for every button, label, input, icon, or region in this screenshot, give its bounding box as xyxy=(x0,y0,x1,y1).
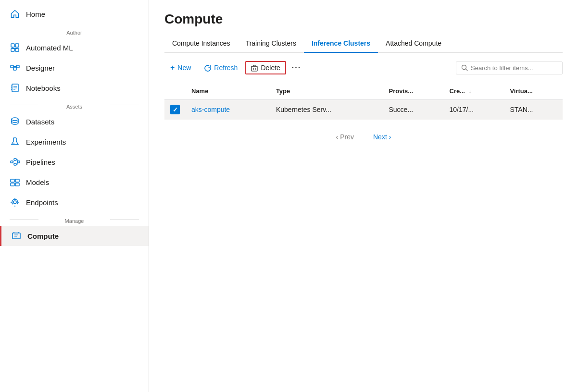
more-button[interactable]: ··· xyxy=(288,61,305,75)
svg-rect-1 xyxy=(15,44,19,47)
datasets-icon xyxy=(10,116,20,127)
svg-rect-19 xyxy=(13,233,20,239)
th-type: Type xyxy=(270,83,383,100)
svg-rect-4 xyxy=(11,65,13,68)
table-row[interactable]: aks-compute Kubernetes Serv... Succe... … xyxy=(164,100,563,120)
sidebar-item-experiments[interactable]: Experiments xyxy=(0,132,149,152)
sort-desc-icon: ↓ xyxy=(469,88,472,94)
row-virtual-cell: STAN... xyxy=(504,100,563,120)
row-name-cell[interactable]: aks-compute xyxy=(186,100,270,120)
svg-rect-2 xyxy=(15,49,19,51)
row-checkbox-cell[interactable] xyxy=(164,100,186,120)
sidebar-item-notebooks-label: Notebooks xyxy=(26,84,61,92)
pagination: ‹ Prev Next › xyxy=(164,129,563,145)
svg-rect-16 xyxy=(15,179,19,182)
chevron-right-icon: › xyxy=(389,133,391,141)
th-virtual: Virtua... xyxy=(504,83,563,100)
sidebar-item-automated-ml-label: Automated ML xyxy=(26,44,73,52)
svg-rect-6 xyxy=(16,65,19,68)
th-checkbox xyxy=(164,83,186,100)
home-icon xyxy=(10,9,20,19)
svg-point-8 xyxy=(12,118,18,121)
sidebar-section-author: Author xyxy=(0,24,149,37)
sidebar-item-designer[interactable]: Designer xyxy=(0,58,149,78)
svg-rect-5 xyxy=(13,68,16,70)
next-button[interactable]: Next › xyxy=(365,129,399,145)
new-button[interactable]: + New xyxy=(164,61,197,75)
svg-rect-0 xyxy=(11,44,14,47)
sidebar-item-notebooks[interactable]: Notebooks xyxy=(0,78,149,98)
th-provisioning: Provis... xyxy=(383,83,444,100)
checkbox-selected[interactable] xyxy=(170,105,180,114)
sidebar: Home Author Automated ML Designer xyxy=(0,0,149,392)
svg-rect-14 xyxy=(11,179,14,182)
page-title: Compute xyxy=(164,12,563,27)
endpoints-icon xyxy=(10,197,20,208)
svg-rect-20 xyxy=(251,66,257,71)
notebooks-icon xyxy=(10,83,20,93)
search-input[interactable] xyxy=(471,64,557,72)
sidebar-item-models-label: Models xyxy=(26,178,49,186)
svg-rect-13 xyxy=(17,161,20,163)
row-provisioning-cell: Succe... xyxy=(383,100,444,120)
tab-inference-clusters[interactable]: Inference Clusters xyxy=(304,35,378,53)
sidebar-item-home-label: Home xyxy=(26,10,45,18)
chevron-left-icon: ‹ xyxy=(336,133,339,141)
sidebar-section-manage: Manage xyxy=(0,212,149,226)
sidebar-item-home[interactable]: Home xyxy=(0,4,149,24)
sidebar-item-compute-label: Compute xyxy=(27,232,59,240)
svg-rect-15 xyxy=(11,183,14,186)
sidebar-section-assets: Assets xyxy=(0,98,149,111)
tabs-bar: Compute Instances Training Clusters Infe… xyxy=(164,35,563,53)
search-icon xyxy=(461,64,468,71)
refresh-button[interactable]: Refresh xyxy=(199,61,243,74)
svg-point-18 xyxy=(13,201,16,204)
sidebar-item-experiments-label: Experiments xyxy=(26,138,66,146)
sidebar-item-datasets[interactable]: Datasets xyxy=(0,111,149,132)
svg-rect-11 xyxy=(14,159,16,160)
tab-attached-compute[interactable]: Attached Compute xyxy=(378,35,449,53)
svg-rect-12 xyxy=(14,163,16,165)
search-box[interactable] xyxy=(456,61,563,74)
designer-icon xyxy=(10,62,20,73)
experiments-icon xyxy=(10,136,20,147)
sidebar-item-endpoints[interactable]: Endpoints xyxy=(0,192,149,212)
svg-point-9 xyxy=(13,143,14,144)
sidebar-item-pipelines[interactable]: Pipelines xyxy=(0,152,149,172)
sidebar-item-designer-label: Designer xyxy=(26,64,55,72)
th-name: Name xyxy=(186,83,270,100)
models-icon xyxy=(10,177,20,187)
th-created[interactable]: Cre... ↓ xyxy=(443,83,504,100)
main-content: Compute Compute Instances Training Clust… xyxy=(149,0,578,392)
sidebar-item-endpoints-label: Endpoints xyxy=(26,198,58,207)
svg-rect-3 xyxy=(11,49,14,51)
svg-rect-17 xyxy=(15,183,19,186)
refresh-icon xyxy=(204,64,211,72)
automated-ml-icon xyxy=(10,42,20,53)
tab-training-clusters[interactable]: Training Clusters xyxy=(238,35,304,53)
table-header-row: Name Type Provis... Cre... ↓ Virtua... xyxy=(164,83,563,100)
compute-icon xyxy=(11,231,22,241)
svg-rect-10 xyxy=(11,161,13,163)
row-created-cell: 10/17/... xyxy=(443,100,504,120)
sidebar-item-compute[interactable]: Compute xyxy=(0,226,149,246)
delete-button[interactable]: Delete xyxy=(245,61,286,74)
compute-table: Name Type Provis... Cre... ↓ Virtua... xyxy=(164,83,563,120)
sidebar-item-pipelines-label: Pipelines xyxy=(26,158,55,166)
sidebar-item-automated-ml[interactable]: Automated ML xyxy=(0,37,149,58)
toolbar: + New Refresh Delete ··· xyxy=(164,61,563,75)
tab-compute-instances[interactable]: Compute Instances xyxy=(164,35,238,53)
prev-button[interactable]: ‹ Prev xyxy=(328,129,362,145)
sidebar-item-datasets-label: Datasets xyxy=(26,118,54,126)
delete-icon xyxy=(251,64,258,72)
sidebar-item-models[interactable]: Models xyxy=(0,172,149,192)
plus-icon: + xyxy=(170,63,175,72)
row-type-cell: Kubernetes Serv... xyxy=(270,100,383,120)
pipelines-icon xyxy=(10,157,20,167)
